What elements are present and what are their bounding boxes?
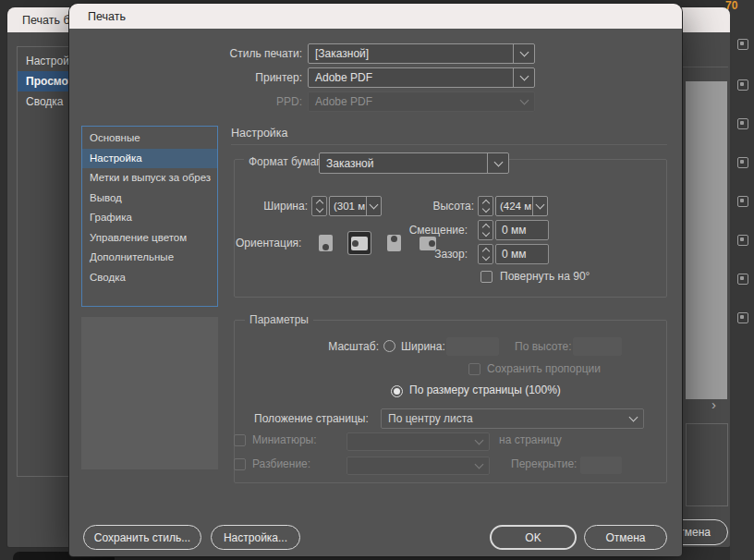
- chevron-down-icon[interactable]: [487, 153, 508, 173]
- dock-panel-icon[interactable]: [737, 312, 748, 323]
- page-position-label: Положение страницы:: [254, 409, 369, 429]
- booklet-page-preview: [686, 81, 727, 399]
- booklet-info-panel: [686, 423, 728, 506]
- gap-value: 0 мм: [502, 248, 527, 261]
- printer-setup-button[interactable]: Настройка...: [211, 525, 300, 550]
- ppd-value: Adobe PDF: [309, 95, 514, 108]
- paper-format-value: Заказной: [320, 157, 487, 170]
- height-label: Высота:: [395, 196, 474, 216]
- chevron-down-icon[interactable]: [513, 44, 534, 63]
- chevron-down-icon[interactable]: [532, 197, 547, 215]
- screen: Печать букл Настройка Просмотр Сводка › …: [0, 0, 754, 560]
- orientation-landscape-button[interactable]: [347, 231, 371, 255]
- dock-panel-icon[interactable]: [737, 196, 748, 207]
- dock-panel-icon[interactable]: [737, 118, 748, 129]
- print-style-value: [Заказной]: [309, 47, 513, 60]
- panel-header: Настройка: [231, 127, 288, 140]
- chevron-down-icon[interactable]: [513, 68, 534, 87]
- thumbnails-label: Миниатюры:: [252, 433, 317, 446]
- section-item-graphics[interactable]: Графика: [82, 208, 217, 228]
- ppd-select: Adobe PDF: [308, 91, 535, 112]
- chevron-down-icon: [481, 253, 489, 261]
- fit-to-page-radio[interactable]: [391, 385, 403, 397]
- tiling-checkbox: [234, 458, 246, 470]
- section-item-color[interactable]: Управление цветом: [82, 228, 217, 249]
- overlap-input: [580, 457, 622, 474]
- overlap-label: Перекрытие:: [511, 457, 577, 470]
- chevron-down-icon: [468, 433, 489, 450]
- scale-width-label: Ширина:: [401, 338, 445, 355]
- chevron-down-icon: [481, 205, 489, 213]
- thumbnails-checkbox: [234, 434, 246, 446]
- page-position-value: По центру листа: [382, 412, 623, 425]
- chevron-down-icon[interactable]: [366, 197, 381, 215]
- printer-value: Adobe PDF: [309, 71, 513, 84]
- chevron-down-icon: [468, 457, 489, 474]
- width-value: (301 м: [330, 201, 366, 212]
- section-item-marks[interactable]: Метки и выпуск за обрез: [82, 168, 217, 189]
- cancel-button[interactable]: Отмена: [584, 525, 667, 550]
- params-legend: Параметры: [245, 313, 313, 327]
- gap-stepper[interactable]: [478, 244, 493, 264]
- per-page-label: на страницу: [499, 433, 562, 446]
- section-item-setup[interactable]: Настройка: [82, 149, 217, 169]
- zoom-level-badge: 70: [725, 0, 737, 12]
- ppd-label: PPD:: [125, 91, 302, 112]
- rotate-90-checkbox[interactable]: [480, 271, 493, 283]
- print-dialog-title: Печать: [88, 10, 126, 23]
- panel-dock: [730, 0, 754, 560]
- height-value: (424 м: [496, 201, 532, 212]
- dock-panel-icon[interactable]: [737, 157, 748, 168]
- tiling-select: [347, 457, 490, 475]
- dock-panel-icon[interactable]: [737, 274, 748, 285]
- page-thumbnail-area: [81, 317, 218, 469]
- dock-panel-icon[interactable]: [737, 79, 748, 91]
- paper-format-select[interactable]: Заказной: [319, 152, 509, 174]
- section-item-output[interactable]: Вывод: [82, 189, 217, 209]
- orientation-label: Ориентация:: [236, 233, 301, 253]
- page-position-select[interactable]: По центру листа: [381, 408, 644, 429]
- offset-stepper[interactable]: [478, 220, 493, 240]
- section-item-advanced[interactable]: Дополнительные: [82, 248, 217, 268]
- print-style-label: Стиль печати:: [125, 43, 302, 64]
- offset-input[interactable]: 0 мм: [495, 220, 549, 240]
- printer-label: Принтер:: [125, 67, 302, 88]
- portrait-icon: [319, 235, 333, 251]
- orientation-portrait-button[interactable]: [313, 231, 337, 255]
- print-dialog-titlebar[interactable]: Печать: [69, 4, 682, 29]
- width-label: Ширина:: [236, 196, 308, 216]
- chevron-down-icon[interactable]: [623, 409, 643, 428]
- fit-to-page-label: По размеру страницы (100%): [409, 383, 561, 396]
- printer-select[interactable]: Adobe PDF: [308, 67, 535, 88]
- scale-label: Масштаб:: [300, 338, 379, 355]
- rotate-90-label: Повернуть на 90°: [500, 270, 590, 283]
- keep-proportions-checkbox: [468, 363, 480, 375]
- keep-proportions-label: Сохранить пропорции: [487, 362, 601, 375]
- gap-input[interactable]: 0 мм: [495, 244, 549, 264]
- width-input[interactable]: (301 м: [329, 196, 382, 216]
- offset-value: 0 мм: [502, 224, 527, 237]
- section-item-summary[interactable]: Сводка: [82, 268, 217, 288]
- dock-panel-icon[interactable]: [737, 235, 748, 246]
- width-stepper[interactable]: [311, 196, 327, 216]
- dock-panel-icon[interactable]: [737, 39, 748, 50]
- offset-label: Смещение:: [374, 220, 468, 240]
- ok-button[interactable]: OK: [490, 525, 577, 550]
- landscape-icon: [351, 237, 368, 250]
- divider: [682, 67, 728, 67]
- next-page-icon[interactable]: ›: [711, 397, 716, 411]
- save-style-button[interactable]: Сохранить стиль...: [83, 525, 201, 550]
- height-input[interactable]: (424 м: [495, 196, 548, 216]
- scale-width-input: [446, 337, 499, 356]
- scale-height-input: [573, 337, 622, 356]
- section-item-general[interactable]: Основные: [82, 128, 217, 149]
- chevron-down-icon: [315, 205, 322, 213]
- gap-label: Зазор:: [374, 244, 468, 264]
- scale-height-label: По высоте:: [515, 338, 572, 355]
- print-style-select[interactable]: [Заказной]: [308, 43, 535, 64]
- print-dialog: Печать Стиль печати: [Заказной] Принтер:…: [69, 4, 682, 556]
- divider: [231, 144, 667, 145]
- thumbnails-select: [347, 432, 490, 451]
- height-stepper[interactable]: [478, 196, 493, 216]
- scale-width-radio[interactable]: [383, 340, 395, 352]
